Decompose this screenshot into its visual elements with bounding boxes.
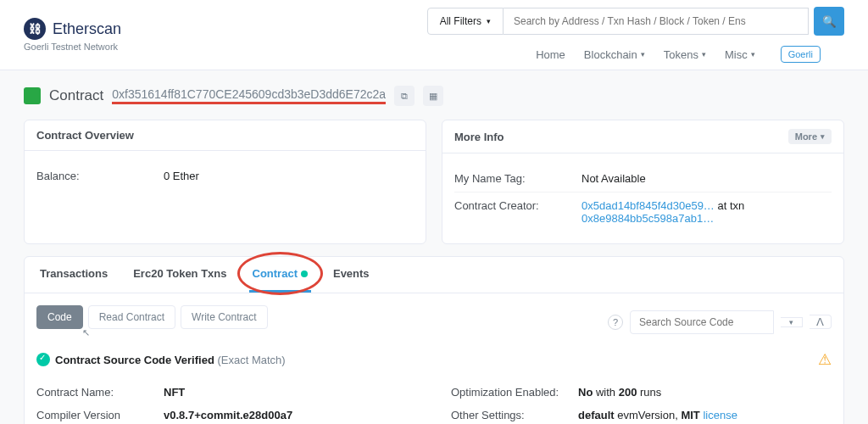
moreinfo-title: More Info — [454, 131, 504, 143]
subtab-write-contract[interactable]: Write Contract — [181, 305, 267, 329]
source-search-input[interactable] — [630, 310, 774, 334]
page-title: Contract — [49, 87, 103, 104]
chevron-down-icon: ▾ — [487, 17, 491, 25]
network-subtitle: Goerli Testnet Network — [24, 42, 121, 52]
qr-button[interactable]: ▦ — [423, 86, 443, 106]
subtab-code[interactable]: Code — [36, 305, 83, 329]
tab-erc20[interactable]: Erc20 Token Txns — [130, 257, 230, 293]
nav-tokens[interactable]: Tokens▾ — [664, 48, 706, 61]
verified-dot-icon — [301, 271, 308, 277]
chevron-down-icon: ▾ — [821, 132, 825, 141]
creator-txn-link[interactable]: 0x8e9884bb5c598a7ab1… — [581, 212, 714, 225]
subtab-read-contract[interactable]: Read Contract — [88, 305, 175, 329]
compiler-value: v0.8.7+commit.e28d00a7 — [164, 409, 292, 421]
creator-address-link[interactable]: 0x5dad14bf845f4d30e59… — [581, 199, 715, 212]
tab-events[interactable]: Events — [330, 257, 373, 293]
contract-name-label: Contract Name: — [36, 386, 164, 399]
qr-icon: ▦ — [429, 91, 437, 102]
balance-value: 0 Ether — [164, 170, 414, 182]
warning-icon: ⚠ — [818, 350, 832, 369]
license-link[interactable]: license — [703, 409, 737, 421]
scroll-top-button[interactable]: ᐱ — [810, 315, 832, 329]
more-info-card: More Info More▾ My Name Tag: Not Availab… — [442, 120, 844, 244]
contract-overview-card: Contract Overview Balance: 0 Ether — [24, 120, 426, 244]
chevron-down-icon: ▾ — [702, 50, 706, 59]
balance-label: Balance: — [36, 170, 164, 182]
chevron-down-icon: ▾ — [641, 50, 645, 59]
help-icon[interactable]: ? — [608, 315, 623, 330]
etherscan-logo-icon: ⛓ — [24, 18, 46, 40]
copy-icon: ⧉ — [401, 91, 408, 102]
overview-title: Contract Overview — [36, 129, 134, 142]
other-settings-label: Other Settings: — [451, 409, 578, 421]
check-circle-icon — [36, 353, 50, 366]
verified-text: Contract Source Code Verified — [55, 354, 214, 366]
source-search-dropdown[interactable]: ▾ — [781, 317, 803, 327]
chevron-down-icon: ▾ — [789, 318, 793, 326]
creator-label: Contract Creator: — [454, 199, 581, 225]
chevron-down-icon: ▾ — [751, 50, 755, 59]
nav-home[interactable]: Home — [536, 48, 565, 61]
nametag-label: My Name Tag: — [454, 172, 581, 185]
global-search-input[interactable] — [504, 8, 809, 35]
contract-address: 0xf351614ff81C770CE245609cd3b3eD3dd6E72c… — [112, 87, 386, 104]
copy-address-button[interactable]: ⧉ — [394, 86, 415, 106]
tab-transactions[interactable]: Transactions — [36, 257, 111, 293]
contract-cube-icon — [24, 87, 41, 104]
optimization-label: Optimization Enabled: — [451, 386, 578, 399]
search-icon: 🔍 — [822, 15, 837, 28]
search-button[interactable]: 🔍 — [814, 7, 844, 36]
nav-misc[interactable]: Misc▾ — [725, 48, 755, 61]
optimization-value: No with 200 runs — [578, 386, 661, 399]
chevron-up-icon: ᐱ — [816, 315, 824, 328]
nav-blockchain[interactable]: Blockchain▾ — [584, 48, 645, 61]
contract-name-value: NFT — [164, 386, 185, 399]
other-settings-value: default evmVersion, MIT license — [578, 409, 737, 421]
brand-name: Etherscan — [53, 20, 121, 38]
compiler-label: Compiler Version — [36, 409, 164, 421]
tab-contract[interactable]: Contract — [249, 257, 311, 293]
nametag-value: Not Available — [581, 172, 832, 185]
search-filter-dropdown[interactable]: All Filters ▾ — [427, 8, 504, 35]
network-badge[interactable]: Goerli — [781, 46, 821, 63]
more-dropdown[interactable]: More▾ — [788, 129, 832, 144]
verified-match: (Exact Match) — [217, 354, 285, 366]
